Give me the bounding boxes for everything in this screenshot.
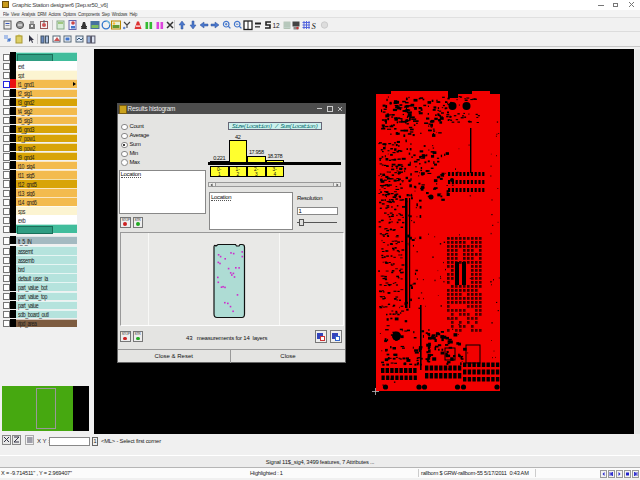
svg-text:12: 12	[273, 22, 281, 29]
svg-text:S: S	[312, 21, 317, 31]
